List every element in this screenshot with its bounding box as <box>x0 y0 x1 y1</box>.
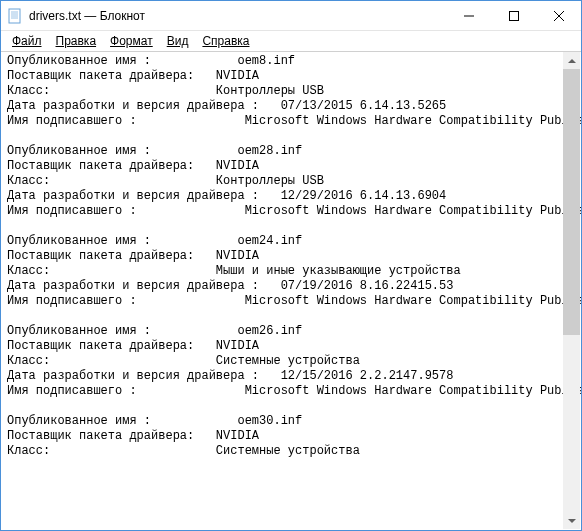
close-button[interactable] <box>536 1 581 31</box>
menu-file[interactable]: Файл <box>5 33 49 49</box>
svg-marker-10 <box>568 519 576 523</box>
window-title: drivers.txt — Блокнот <box>29 9 446 23</box>
menu-format[interactable]: Формат <box>103 33 160 49</box>
notepad-icon <box>7 8 23 24</box>
svg-marker-9 <box>568 59 576 63</box>
menubar: Файл Правка Формат Вид Справка <box>1 31 581 51</box>
menu-edit[interactable]: Правка <box>49 33 104 49</box>
scroll-up-button[interactable] <box>563 52 580 69</box>
scroll-track[interactable] <box>563 69 580 512</box>
titlebar[interactable]: drivers.txt — Блокнот <box>1 1 581 31</box>
scroll-thumb[interactable] <box>563 69 580 335</box>
svg-rect-6 <box>509 12 518 21</box>
minimize-button[interactable] <box>446 1 491 31</box>
menu-help[interactable]: Справка <box>195 33 256 49</box>
scroll-down-button[interactable] <box>563 512 580 529</box>
text-area[interactable]: Опубликованное имя : oem8.inf Поставщик … <box>1 51 581 530</box>
menu-view[interactable]: Вид <box>160 33 196 49</box>
window-controls <box>446 1 581 30</box>
maximize-button[interactable] <box>491 1 536 31</box>
vertical-scrollbar[interactable] <box>563 52 580 529</box>
